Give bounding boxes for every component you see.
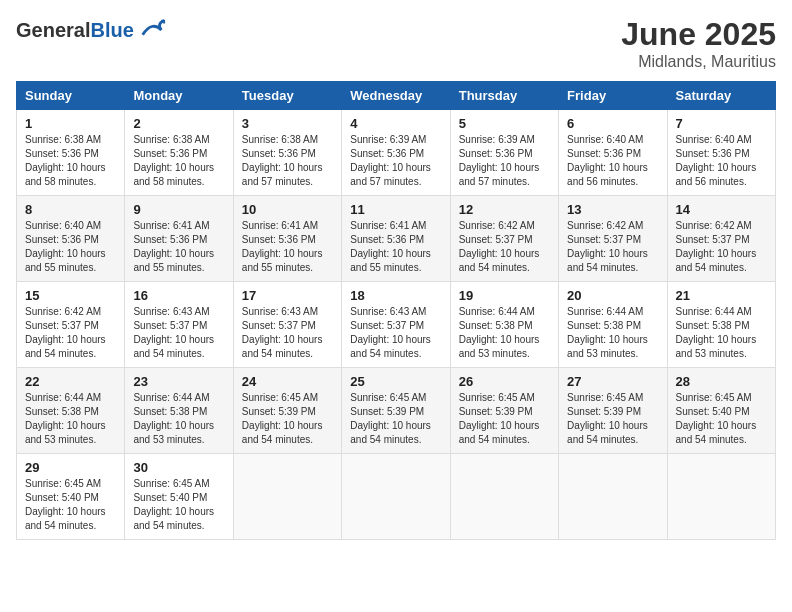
table-row: 26 Sunrise: 6:45 AMSunset: 5:39 PMDaylig… <box>450 368 558 454</box>
day-number: 22 <box>25 374 116 389</box>
day-number: 16 <box>133 288 224 303</box>
day-number: 11 <box>350 202 441 217</box>
table-row <box>233 454 341 540</box>
logo-text: GeneralBlue <box>16 19 134 41</box>
logo-general-text: General <box>16 19 90 41</box>
calendar-week-row: 15 Sunrise: 6:42 AMSunset: 5:37 PMDaylig… <box>17 282 776 368</box>
table-row: 13 Sunrise: 6:42 AMSunset: 5:37 PMDaylig… <box>559 196 667 282</box>
month-year-title: June 2025 <box>621 16 776 53</box>
table-row <box>667 454 775 540</box>
table-row: 5 Sunrise: 6:39 AMSunset: 5:36 PMDayligh… <box>450 110 558 196</box>
day-info: Sunrise: 6:41 AMSunset: 5:36 PMDaylight:… <box>350 219 441 275</box>
day-info: Sunrise: 6:45 AMSunset: 5:40 PMDaylight:… <box>676 391 767 447</box>
day-info: Sunrise: 6:45 AMSunset: 5:39 PMDaylight:… <box>242 391 333 447</box>
calendar-week-row: 29 Sunrise: 6:45 AMSunset: 5:40 PMDaylig… <box>17 454 776 540</box>
calendar-week-row: 1 Sunrise: 6:38 AMSunset: 5:36 PMDayligh… <box>17 110 776 196</box>
day-info: Sunrise: 6:45 AMSunset: 5:40 PMDaylight:… <box>133 477 224 533</box>
day-number: 17 <box>242 288 333 303</box>
table-row: 8 Sunrise: 6:40 AMSunset: 5:36 PMDayligh… <box>17 196 125 282</box>
day-number: 10 <box>242 202 333 217</box>
day-info: Sunrise: 6:39 AMSunset: 5:36 PMDaylight:… <box>459 133 550 189</box>
table-row: 24 Sunrise: 6:45 AMSunset: 5:39 PMDaylig… <box>233 368 341 454</box>
day-info: Sunrise: 6:44 AMSunset: 5:38 PMDaylight:… <box>133 391 224 447</box>
day-number: 2 <box>133 116 224 131</box>
table-row: 27 Sunrise: 6:45 AMSunset: 5:39 PMDaylig… <box>559 368 667 454</box>
table-row: 19 Sunrise: 6:44 AMSunset: 5:38 PMDaylig… <box>450 282 558 368</box>
day-info: Sunrise: 6:45 AMSunset: 5:39 PMDaylight:… <box>350 391 441 447</box>
day-info: Sunrise: 6:42 AMSunset: 5:37 PMDaylight:… <box>25 305 116 361</box>
day-number: 26 <box>459 374 550 389</box>
title-section: June 2025 Midlands, Mauritius <box>621 16 776 71</box>
table-row: 20 Sunrise: 6:44 AMSunset: 5:38 PMDaylig… <box>559 282 667 368</box>
calendar-week-row: 8 Sunrise: 6:40 AMSunset: 5:36 PMDayligh… <box>17 196 776 282</box>
day-number: 9 <box>133 202 224 217</box>
logo-blue-text: Blue <box>90 19 133 41</box>
table-row: 18 Sunrise: 6:43 AMSunset: 5:37 PMDaylig… <box>342 282 450 368</box>
day-number: 20 <box>567 288 658 303</box>
table-row <box>342 454 450 540</box>
day-info: Sunrise: 6:38 AMSunset: 5:36 PMDaylight:… <box>25 133 116 189</box>
col-monday: Monday <box>125 82 233 110</box>
day-info: Sunrise: 6:40 AMSunset: 5:36 PMDaylight:… <box>25 219 116 275</box>
day-info: Sunrise: 6:45 AMSunset: 5:39 PMDaylight:… <box>567 391 658 447</box>
day-number: 4 <box>350 116 441 131</box>
table-row: 10 Sunrise: 6:41 AMSunset: 5:36 PMDaylig… <box>233 196 341 282</box>
day-info: Sunrise: 6:43 AMSunset: 5:37 PMDaylight:… <box>133 305 224 361</box>
page-header: GeneralBlue June 2025 Midlands, Mauritiu… <box>16 16 776 71</box>
col-sunday: Sunday <box>17 82 125 110</box>
day-number: 25 <box>350 374 441 389</box>
day-number: 24 <box>242 374 333 389</box>
table-row: 12 Sunrise: 6:42 AMSunset: 5:37 PMDaylig… <box>450 196 558 282</box>
table-row: 9 Sunrise: 6:41 AMSunset: 5:36 PMDayligh… <box>125 196 233 282</box>
day-number: 30 <box>133 460 224 475</box>
day-number: 1 <box>25 116 116 131</box>
col-wednesday: Wednesday <box>342 82 450 110</box>
day-number: 23 <box>133 374 224 389</box>
day-number: 28 <box>676 374 767 389</box>
day-number: 12 <box>459 202 550 217</box>
calendar-week-row: 22 Sunrise: 6:44 AMSunset: 5:38 PMDaylig… <box>17 368 776 454</box>
table-row: 17 Sunrise: 6:43 AMSunset: 5:37 PMDaylig… <box>233 282 341 368</box>
table-row: 11 Sunrise: 6:41 AMSunset: 5:36 PMDaylig… <box>342 196 450 282</box>
day-info: Sunrise: 6:41 AMSunset: 5:36 PMDaylight:… <box>242 219 333 275</box>
day-number: 19 <box>459 288 550 303</box>
calendar-header-row: Sunday Monday Tuesday Wednesday Thursday… <box>17 82 776 110</box>
day-info: Sunrise: 6:38 AMSunset: 5:36 PMDaylight:… <box>133 133 224 189</box>
day-number: 15 <box>25 288 116 303</box>
day-number: 21 <box>676 288 767 303</box>
logo-general: GeneralBlue <box>16 19 134 41</box>
day-info: Sunrise: 6:41 AMSunset: 5:36 PMDaylight:… <box>133 219 224 275</box>
day-info: Sunrise: 6:42 AMSunset: 5:37 PMDaylight:… <box>567 219 658 275</box>
day-info: Sunrise: 6:43 AMSunset: 5:37 PMDaylight:… <box>350 305 441 361</box>
day-info: Sunrise: 6:44 AMSunset: 5:38 PMDaylight:… <box>25 391 116 447</box>
table-row: 22 Sunrise: 6:44 AMSunset: 5:38 PMDaylig… <box>17 368 125 454</box>
logo: GeneralBlue <box>16 16 166 44</box>
col-friday: Friday <box>559 82 667 110</box>
day-number: 14 <box>676 202 767 217</box>
col-thursday: Thursday <box>450 82 558 110</box>
day-number: 8 <box>25 202 116 217</box>
table-row: 15 Sunrise: 6:42 AMSunset: 5:37 PMDaylig… <box>17 282 125 368</box>
table-row: 29 Sunrise: 6:45 AMSunset: 5:40 PMDaylig… <box>17 454 125 540</box>
day-number: 13 <box>567 202 658 217</box>
day-number: 6 <box>567 116 658 131</box>
table-row: 1 Sunrise: 6:38 AMSunset: 5:36 PMDayligh… <box>17 110 125 196</box>
day-info: Sunrise: 6:44 AMSunset: 5:38 PMDaylight:… <box>676 305 767 361</box>
table-row: 30 Sunrise: 6:45 AMSunset: 5:40 PMDaylig… <box>125 454 233 540</box>
day-number: 27 <box>567 374 658 389</box>
table-row: 25 Sunrise: 6:45 AMSunset: 5:39 PMDaylig… <box>342 368 450 454</box>
day-info: Sunrise: 6:42 AMSunset: 5:37 PMDaylight:… <box>459 219 550 275</box>
table-row: 23 Sunrise: 6:44 AMSunset: 5:38 PMDaylig… <box>125 368 233 454</box>
table-row: 16 Sunrise: 6:43 AMSunset: 5:37 PMDaylig… <box>125 282 233 368</box>
table-row: 2 Sunrise: 6:38 AMSunset: 5:36 PMDayligh… <box>125 110 233 196</box>
day-info: Sunrise: 6:39 AMSunset: 5:36 PMDaylight:… <box>350 133 441 189</box>
day-info: Sunrise: 6:44 AMSunset: 5:38 PMDaylight:… <box>459 305 550 361</box>
col-tuesday: Tuesday <box>233 82 341 110</box>
day-number: 7 <box>676 116 767 131</box>
table-row: 7 Sunrise: 6:40 AMSunset: 5:36 PMDayligh… <box>667 110 775 196</box>
day-number: 29 <box>25 460 116 475</box>
table-row <box>559 454 667 540</box>
calendar-table: Sunday Monday Tuesday Wednesday Thursday… <box>16 81 776 540</box>
logo-icon <box>138 16 166 44</box>
day-info: Sunrise: 6:38 AMSunset: 5:36 PMDaylight:… <box>242 133 333 189</box>
